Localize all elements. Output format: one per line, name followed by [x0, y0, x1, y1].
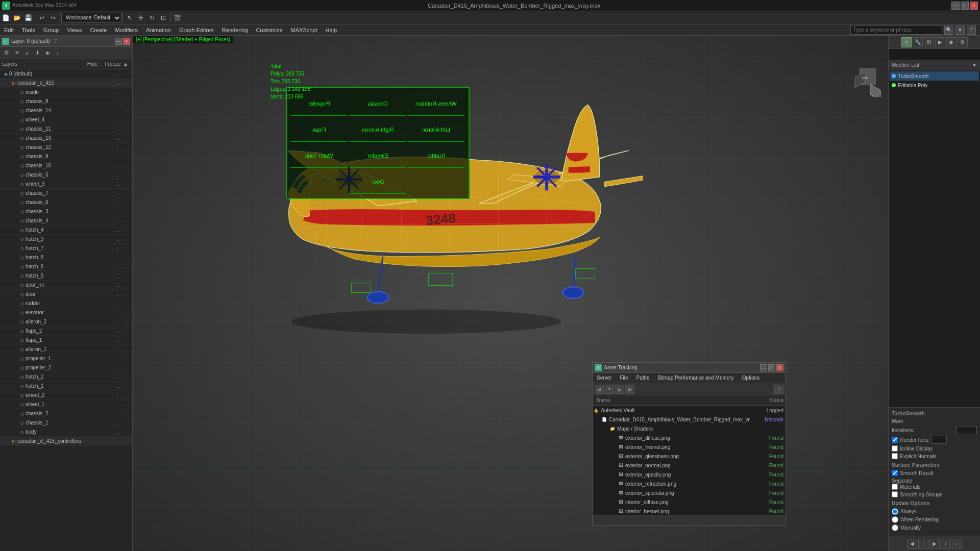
layer-item[interactable]: ◇hatch_8...... — [0, 253, 132, 262]
minimize-button[interactable]: — — [951, 2, 960, 10]
menu-edit[interactable]: Edit — [0, 24, 18, 36]
rp-bottom-btn-4[interactable]: ↕ — [941, 539, 951, 549]
layer-item[interactable]: ◇wheel_1...... — [0, 400, 132, 409]
layers-delete-btn[interactable]: ✕ — [12, 48, 21, 58]
layer-item[interactable]: ◇propeller_2...... — [0, 363, 132, 372]
asset-list-item[interactable]: 🖼interior_diffuse.pngFound — [593, 497, 786, 507]
layer-item[interactable]: ◇hatch_4...... — [0, 226, 132, 235]
rp-motion-btn[interactable]: ▶ — [935, 37, 945, 47]
menu-animation[interactable]: Animation — [142, 24, 175, 36]
layer-item[interactable]: ◇hatch_2...... — [0, 372, 132, 382]
layer-item[interactable]: ◇chassis_1...... — [0, 418, 132, 428]
layer-item[interactable]: ◇chassis_9...... — [0, 152, 132, 161]
save-file-icon[interactable]: 💾 — [22, 12, 34, 23]
asset-btn-2[interactable]: ≡ — [605, 385, 614, 394]
asset-list-item[interactable]: 📁Maps / Shaders — [593, 424, 786, 433]
layer-item[interactable]: ◇door_int...... — [0, 281, 132, 290]
asset-list-item[interactable]: 🖼exterior_fresnel.pngFound — [593, 442, 786, 452]
layer-item[interactable]: ◇chassis_4...... — [0, 216, 132, 226]
layer-item[interactable]: ◇propeller_1...... — [0, 354, 132, 363]
menu-customize[interactable]: Customize — [252, 24, 287, 36]
layer-item[interactable]: ◇rudder...... — [0, 299, 132, 308]
asset-close-btn[interactable]: ✕ — [776, 364, 783, 371]
layer-item[interactable]: ◇flaps_1...... — [0, 336, 132, 345]
search-input[interactable] — [850, 26, 942, 35]
layer-item[interactable]: ◇wheel_3...... — [0, 180, 132, 189]
params-when-rendering-radio[interactable] — [892, 516, 898, 523]
rp-utils-btn[interactable]: ⚙ — [958, 37, 968, 47]
layer-item[interactable]: ◇hatch_5...... — [0, 271, 132, 281]
asset-menu-file[interactable]: File — [616, 373, 632, 383]
asset-list[interactable]: 🔒Autodesk VaultLogged📄Canadair_D415_Amph… — [593, 406, 786, 515]
modifier-item-editablepoly[interactable]: Editable Poly — [890, 81, 979, 90]
layer-item[interactable]: ◇chassis_12...... — [0, 143, 132, 152]
object-name-field[interactable]: body — [889, 49, 980, 60]
layer-item[interactable]: ◇hatch_3...... — [0, 235, 132, 244]
render-icon[interactable]: 🎬 — [172, 12, 183, 23]
rp-hierarchy-btn[interactable]: ⛓ — [924, 37, 934, 47]
workspace-selector[interactable]: Workspace: Default — [61, 13, 121, 23]
asset-list-item[interactable]: 📄Canadair_D415_Amphibious_Water_Bomber_R… — [593, 415, 786, 424]
move-icon[interactable]: ✛ — [135, 12, 146, 23]
asset-btn-1[interactable]: ⊞ — [595, 385, 604, 394]
layer-item[interactable]: ◇chassis_10...... — [0, 161, 132, 170]
layer-item[interactable]: ◇chassis_7...... — [0, 189, 132, 198]
params-smoothing-groups-checkbox[interactable] — [892, 491, 898, 497]
menu-help[interactable]: Help — [322, 24, 341, 36]
rp-modify-btn[interactable]: 🔧 — [913, 37, 923, 47]
layer-item[interactable]: ◇hatch_6...... — [0, 262, 132, 271]
asset-menu-server[interactable]: Server — [593, 373, 616, 383]
asset-maximize-btn[interactable]: □ — [768, 364, 775, 371]
layer-item[interactable]: ◇body...... — [0, 428, 132, 437]
layers-help-btn[interactable]: ? — [54, 38, 57, 44]
menu-modifiers[interactable]: Modifiers — [111, 24, 142, 36]
rp-create-btn[interactable]: ✦ — [901, 37, 912, 47]
asset-menu-bitmap[interactable]: Bitmap Performance and Memory — [653, 373, 738, 383]
modifier-stack[interactable]: TurboSmooth Editable Poly — [889, 70, 980, 407]
rotate-icon[interactable]: ↻ — [146, 12, 158, 23]
params-manually-radio[interactable] — [892, 524, 898, 531]
rp-bottom-btn-3[interactable]: ▶ — [929, 539, 940, 549]
nav-cube[interactable]: TOP — [852, 66, 883, 97]
asset-list-item[interactable]: 🖼exterior_normal.pngFound — [593, 461, 786, 470]
asset-list-item[interactable]: 🖼exterior_specular.pngFound — [593, 488, 786, 497]
menu-graph-editors[interactable]: Graph Editors — [175, 24, 218, 36]
layer-item[interactable]: ◇wheel_2...... — [0, 391, 132, 400]
menu-rendering[interactable]: Rendering — [218, 24, 252, 36]
search-options-button[interactable]: ▼ — [955, 26, 965, 35]
viewport-area[interactable]: [+] [Perspective] [Shaded + Edged Faces]… — [133, 36, 888, 551]
layer-item[interactable]: ◇door...... — [0, 290, 132, 299]
layer-item[interactable]: ◇aileron_1...... — [0, 345, 132, 354]
layer-item[interactable]: ◇chassis_11...... — [0, 124, 132, 134]
layer-item[interactable]: ◇inside...... — [0, 88, 132, 97]
layers-merge-btn[interactable]: ⬇ — [33, 48, 42, 58]
asset-minimize-btn[interactable]: — — [760, 364, 767, 371]
menu-maxscript[interactable]: MAXScript — [287, 24, 322, 36]
params-render-iters-input[interactable]: 2 — [932, 436, 947, 444]
maximize-button[interactable]: □ — [961, 2, 969, 10]
layer-item[interactable]: ◇aileron_2...... — [0, 317, 132, 327]
layer-item[interactable]: ◇chassis_13...... — [0, 134, 132, 143]
rp-bottom-btn-1[interactable]: ◀ — [907, 539, 917, 549]
layers-minimize-btn[interactable]: — — [115, 38, 122, 45]
menu-create[interactable]: Create — [86, 24, 111, 36]
new-file-icon[interactable]: 📄 — [0, 12, 11, 23]
asset-list-item[interactable]: 🔒Autodesk VaultLogged — [593, 406, 786, 415]
params-always-radio[interactable] — [892, 508, 898, 515]
help-button[interactable]: ? — [967, 26, 976, 35]
asset-list-item[interactable]: 🖼interior_fresnel.pngFound — [593, 507, 786, 515]
layer-item[interactable]: ◇wheel_4...... — [0, 115, 132, 124]
layers-settings-btn[interactable]: ⚙ — [2, 48, 11, 58]
asset-list-item[interactable]: 🖼exterior_glossiness.pngFound — [593, 452, 786, 461]
layer-item[interactable]: ◇chassis_8...... — [0, 97, 132, 106]
params-iterations-input[interactable]: 0 — [957, 426, 977, 434]
layer-item[interactable]: ◇flaps_2...... — [0, 327, 132, 336]
asset-list-item[interactable]: 🖼exterior_opacity.pngFound — [593, 470, 786, 479]
asset-list-item[interactable]: 🖼exterior_refraction.pngFound — [593, 479, 786, 488]
layers-list[interactable]: ◈0 (default)......▷canadair_d_415......◇… — [0, 69, 132, 551]
layers-close-btn[interactable]: ✕ — [123, 38, 130, 45]
layer-item[interactable]: ▷canadair_cl_415_controllers...... — [0, 437, 132, 446]
asset-list-item[interactable]: 🖼exterior_diffuse.pngFound — [593, 433, 786, 442]
layer-item[interactable]: ◇chassis_14...... — [0, 106, 132, 115]
layer-item[interactable]: ◇chassis_3...... — [0, 207, 132, 216]
